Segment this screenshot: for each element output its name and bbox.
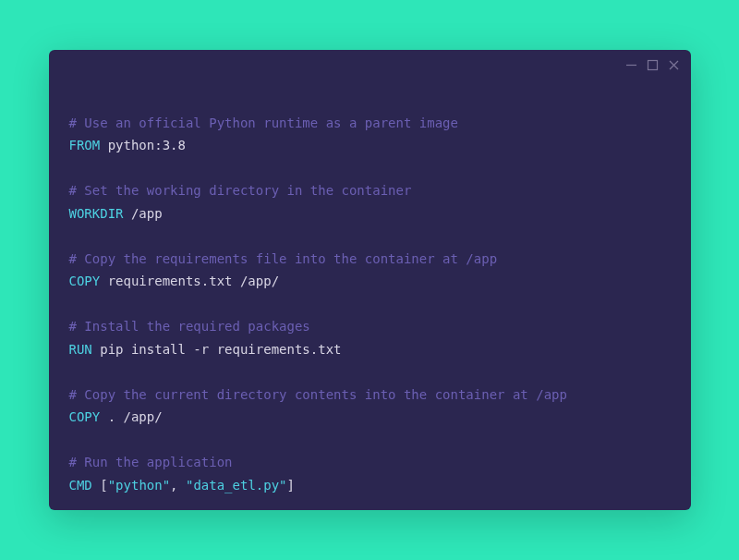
- code-line: CMD ["python", "data_etl.py"]: [69, 474, 671, 497]
- code-token-text: python:3.8: [100, 138, 186, 152]
- code-line: # Run the application: [69, 451, 671, 474]
- code-token-keyword: FROM: [69, 138, 101, 152]
- code-line: # Copy the requirements file into the co…: [69, 248, 671, 271]
- code-token-text: /app: [124, 206, 163, 221]
- code-token-keyword: WORKDIR: [69, 206, 124, 221]
- title-bar: [49, 50, 691, 79]
- code-token-string: "python": [108, 478, 170, 493]
- code-token-bracket: [: [100, 478, 107, 493]
- code-line: [69, 89, 671, 112]
- code-line: # Copy the current directory contents in…: [69, 383, 671, 407]
- minimize-button[interactable]: [625, 59, 637, 71]
- code-line: [69, 157, 671, 180]
- code-token-text: pip install -r requirements.txt: [92, 342, 342, 357]
- terminal-window: # Use an official Python runtime as a pa…: [49, 50, 691, 510]
- code-line: [69, 225, 671, 248]
- code-token-text: . /app/: [100, 409, 162, 424]
- code-line: [69, 293, 671, 316]
- code-area[interactable]: # Use an official Python runtime as a pa…: [49, 79, 691, 510]
- code-token-comment: # Use an official Python runtime as a pa…: [69, 116, 458, 130]
- code-line: # Set the working directory in the conta…: [69, 179, 671, 202]
- code-token-keyword: RUN: [69, 342, 92, 357]
- code-token-comment: # Run the application: [69, 455, 233, 469]
- code-line: [69, 360, 671, 383]
- close-button[interactable]: [668, 59, 680, 71]
- maximize-button[interactable]: [647, 59, 659, 71]
- code-token-comment: # Copy the requirements file into the co…: [69, 251, 498, 266]
- code-line: # Install the required packages: [69, 315, 671, 338]
- code-token-string: "data_etl.py": [186, 478, 287, 493]
- code-token-keyword: CMD: [69, 478, 92, 493]
- code-token-text: [92, 478, 100, 493]
- code-line: COPY . /app/: [69, 406, 671, 429]
- code-line: # Use an official Python runtime as a pa…: [69, 112, 671, 135]
- code-line: WORKDIR /app: [69, 202, 671, 225]
- code-line: COPY requirements.txt /app/: [69, 270, 671, 293]
- code-token-keyword: COPY: [69, 409, 101, 424]
- code-line: RUN pip install -r requirements.txt: [69, 338, 671, 361]
- code-line: [69, 429, 671, 452]
- code-token-bracket: ]: [287, 478, 295, 493]
- code-line: FROM python:3.8: [69, 134, 671, 157]
- code-token-text: requirements.txt /app/: [100, 274, 279, 288]
- code-token-text: ,: [170, 478, 186, 493]
- code-token-comment: # Set the working directory in the conta…: [69, 183, 412, 198]
- code-token-keyword: COPY: [69, 274, 101, 288]
- code-token-comment: # Install the required packages: [69, 319, 310, 334]
- code-token-comment: # Copy the current directory contents in…: [69, 387, 567, 402]
- svg-rect-1: [648, 60, 657, 69]
